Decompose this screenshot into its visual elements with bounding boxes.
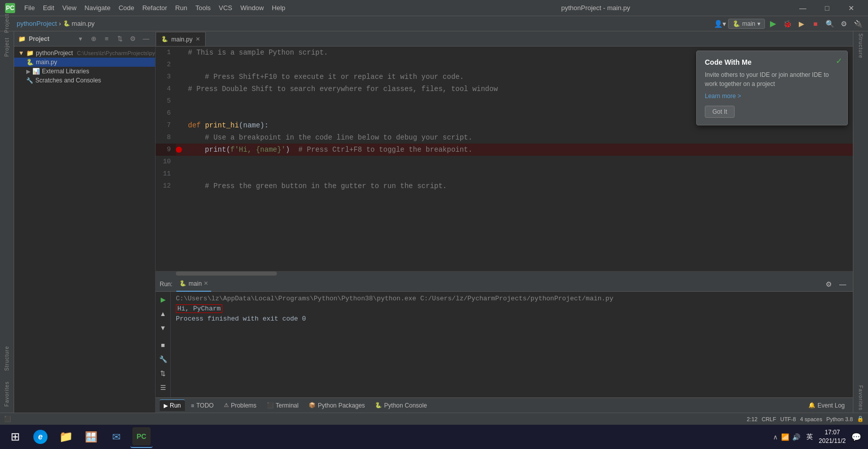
- line-number: 6: [156, 107, 176, 119]
- sidebar-item-favorites-right[interactable]: Favorites: [858, 385, 863, 411]
- scroll-down-button[interactable]: ▼: [158, 322, 169, 333]
- menu-view[interactable]: View: [59, 3, 79, 13]
- code-content[interactable]: # Press the green button in the gutter t…: [186, 180, 853, 192]
- taskbar-clock[interactable]: 17:07 2021/11/2: [819, 428, 846, 445]
- menu-tools[interactable]: Tools: [192, 3, 214, 13]
- python-version[interactable]: Python 3.8: [826, 416, 853, 422]
- status-bar: ⬛ 2:12 CRLF UTF-8 4 spaces Python 3.8 🔒: [0, 413, 868, 425]
- run-config-dropdown[interactable]: 🐍 main ▾: [728, 19, 765, 29]
- tab-event-log[interactable]: 🔔 Event Log: [804, 400, 849, 411]
- tree-item-scratches[interactable]: 🔧 Scratches and Consoles: [14, 76, 155, 85]
- breadcrumb-file[interactable]: main.py: [72, 20, 95, 27]
- project-settings-dropdown[interactable]: ▾: [75, 34, 85, 44]
- tray-chevron-icon[interactable]: ∧: [773, 433, 778, 441]
- tab-python-console[interactable]: 🐍 Python Console: [371, 400, 431, 411]
- sidebar-item-project[interactable]: Project: [2, 33, 12, 61]
- explorer-button[interactable]: 📁: [55, 426, 77, 448]
- app-icon: PC: [5, 3, 15, 13]
- pycharm-icon: PC: [132, 427, 151, 445]
- git-icon-status[interactable]: ⬛: [4, 416, 11, 422]
- menu-vcs[interactable]: VCS: [216, 3, 235, 13]
- project-minimize-icon[interactable]: —: [141, 34, 151, 44]
- stop-button[interactable]: ■: [809, 18, 822, 30]
- menu-edit[interactable]: Edit: [40, 3, 57, 13]
- tree-item-ext-libs[interactable]: ▶ 📊 External Libraries: [14, 67, 155, 76]
- tab-todo[interactable]: ≡ TODO: [187, 400, 218, 411]
- packages-icon: 📦: [309, 402, 316, 409]
- maximize-button[interactable]: □: [815, 0, 839, 16]
- tree-item-root-path: C:\Users\lz\PycharmProjects\pyth: [77, 50, 155, 56]
- sidebar-item-favorites[interactable]: Favorites: [2, 377, 12, 411]
- stop-run-button[interactable]: ■: [158, 339, 169, 350]
- project-collapse-icon[interactable]: ≡: [102, 34, 112, 44]
- project-panel-title: Project: [29, 35, 72, 42]
- debug-button[interactable]: 🐞: [781, 18, 793, 30]
- network-icon[interactable]: 📶: [781, 433, 789, 441]
- project-sort-icon[interactable]: ⇅: [115, 34, 125, 44]
- popup-got-it-button[interactable]: Got It: [705, 106, 735, 118]
- tree-item-root[interactable]: ▼ 📁 pythonProject C:\Users\lz\PycharmPro…: [14, 49, 155, 58]
- tab-terminal[interactable]: ⬛ Terminal: [263, 400, 303, 411]
- project-sync-icon[interactable]: ⊕: [88, 34, 99, 44]
- menu-code[interactable]: Code: [116, 3, 137, 13]
- search-everywhere-button[interactable]: 🔍: [824, 18, 836, 30]
- gutter: [176, 168, 186, 180]
- console-icon: 🐍: [375, 402, 382, 409]
- notification-button[interactable]: 💬: [849, 426, 864, 448]
- tab-problems[interactable]: ⚠ Problems: [220, 400, 261, 411]
- scroll-up-button[interactable]: ▲: [158, 308, 169, 319]
- run-sort-icon[interactable]: ⇅: [158, 368, 169, 379]
- user-avatar-btn[interactable]: 👤▾: [714, 18, 726, 30]
- plugin-button[interactable]: 🔌: [852, 18, 864, 30]
- line-separator[interactable]: CRLF: [761, 416, 776, 422]
- start-button[interactable]: ⊞: [4, 426, 26, 448]
- tab-run[interactable]: ▶ Run: [160, 399, 185, 411]
- mail-button[interactable]: ✉: [105, 426, 127, 448]
- code-content-breakpoint[interactable]: print(f'Hi, {name}') # Press Ctrl+F8 to …: [186, 144, 853, 156]
- menu-window[interactable]: Window: [237, 3, 267, 13]
- run-settings-icon[interactable]: ⚙: [823, 278, 835, 290]
- menu-run[interactable]: Run: [172, 3, 190, 13]
- code-content[interactable]: [186, 168, 853, 180]
- sidebar-item-structure[interactable]: Structure: [2, 342, 12, 375]
- breakpoint-indicator[interactable]: [176, 147, 182, 153]
- pycharm-taskbar-button[interactable]: PC: [130, 426, 153, 448]
- code-content[interactable]: [186, 156, 853, 168]
- line-number: 3: [156, 71, 176, 83]
- breadcrumb-project[interactable]: pythonProject: [17, 20, 57, 27]
- tab-close-button[interactable]: ✕: [196, 36, 200, 42]
- close-button[interactable]: ✕: [840, 0, 863, 16]
- horizontal-scrollbar[interactable]: [156, 271, 853, 276]
- event-log-label: Event Log: [817, 402, 845, 409]
- gutter: [176, 47, 186, 59]
- minimize-button[interactable]: —: [791, 0, 814, 16]
- sidebar-item-structure-right[interactable]: Structure: [858, 33, 863, 59]
- code-content[interactable]: # Use a breakpoint in the code line belo…: [186, 131, 853, 144]
- run-tab-label: Run: [170, 402, 181, 409]
- run-tool-wrench[interactable]: 🔧: [158, 353, 169, 365]
- tree-item-main-py[interactable]: 🐍 main.py: [14, 58, 155, 67]
- settings-button[interactable]: ⚙: [838, 18, 850, 30]
- popup-learn-more-link[interactable]: Learn more >: [705, 93, 839, 100]
- menu-refactor[interactable]: Refactor: [139, 3, 170, 13]
- language-indicator[interactable]: 英: [803, 432, 816, 441]
- indent[interactable]: 4 spaces: [800, 416, 822, 422]
- editor-tab-main-py[interactable]: 🐍 main.py ✕: [156, 32, 206, 46]
- run-stack-icon[interactable]: ☰: [158, 382, 169, 393]
- run-tab-main[interactable]: 🐍 main ✕: [176, 277, 211, 292]
- menu-help[interactable]: Help: [269, 3, 288, 13]
- run-tab-close[interactable]: ✕: [204, 280, 208, 287]
- edge-button[interactable]: e: [29, 426, 52, 448]
- project-gear-icon[interactable]: ⚙: [128, 34, 138, 44]
- tree-item-ext-libs-label: External Libraries: [42, 68, 89, 75]
- coverage-button[interactable]: ▶: [795, 18, 807, 30]
- store-button[interactable]: 🪟: [80, 426, 102, 448]
- menu-navigate[interactable]: Navigate: [81, 3, 113, 13]
- rerun-button[interactable]: ▶: [158, 294, 169, 305]
- menu-file[interactable]: File: [21, 3, 38, 13]
- encoding[interactable]: UTF-8: [780, 416, 796, 422]
- run-button[interactable]: ▶: [767, 18, 779, 30]
- run-minimize-icon[interactable]: —: [837, 278, 849, 290]
- tab-python-packages[interactable]: 📦 Python Packages: [305, 400, 369, 411]
- speaker-icon[interactable]: 🔊: [792, 433, 800, 441]
